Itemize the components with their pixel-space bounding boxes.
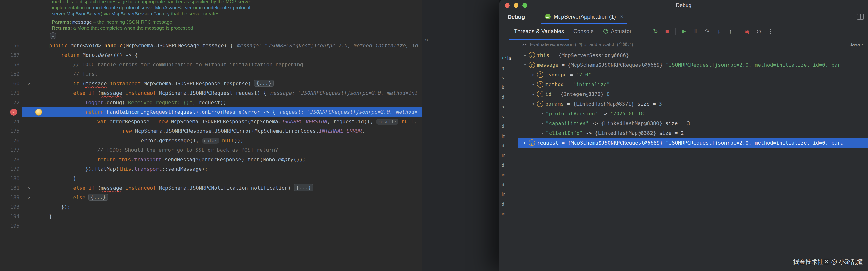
stack-frame-row[interactable]: in xyxy=(499,131,518,141)
chevron-expanded-icon[interactable]: ▾ xyxy=(522,63,528,67)
session-tab[interactable]: McpServerApplication (1) × xyxy=(541,10,627,24)
variable-row[interactable]: ▾fparams = {LinkedHashMap@8371} size = 3 xyxy=(518,99,868,109)
variable-row[interactable]: ▸"protocolVersion" -> "2025-06-18" xyxy=(518,109,868,118)
stack-frame-row[interactable]: g xyxy=(499,63,518,73)
line-number[interactable]: 177 xyxy=(0,145,20,155)
chevron-collapsed-icon[interactable]: ▸ xyxy=(522,53,528,57)
doc-link[interactable]: McpServerSession.Factory xyxy=(111,11,170,16)
stack-frame-row[interactable]: s xyxy=(499,102,518,112)
stack-frame-row[interactable]: b xyxy=(499,83,518,92)
code-line[interactable]: 176error.getMessage(), data: null)); xyxy=(0,136,422,145)
line-number[interactable]: 195 xyxy=(0,221,20,231)
line-number[interactable]: 158 xyxy=(0,60,20,69)
stack-frame-row[interactable]: in xyxy=(499,170,518,180)
close-tab-icon[interactable]: × xyxy=(620,13,624,20)
tab-console[interactable]: Console xyxy=(569,23,598,40)
line-number[interactable]: 194 xyxy=(0,212,20,221)
history-chevron-icon[interactable]: ▾ xyxy=(525,42,527,46)
line-number[interactable]: 179 xyxy=(0,164,20,174)
language-selector[interactable]: Java ▾ xyxy=(850,42,863,47)
execution-line[interactable]: ✓return handleIncomingRequest(request).o… xyxy=(0,107,422,117)
variable-row[interactable]: ▸"capabilities" -> {LinkedHashMap@8380} … xyxy=(518,118,868,128)
variable-row[interactable]: ▸fjsonrpc = "2.0" xyxy=(518,70,868,80)
more-button[interactable]: ⋮ xyxy=(766,27,775,36)
stack-frame-row[interactable]: s xyxy=(499,112,518,121)
code-editor[interactable]: method is to dispatch the message to an … xyxy=(0,0,422,271)
code-line[interactable]: 194} xyxy=(0,212,422,221)
step-out-button[interactable]: ↑ xyxy=(726,27,735,36)
variable-row[interactable]: ▸"clientInfo" -> {LinkedHashMap@8382} si… xyxy=(518,128,868,138)
chevron-collapsed-icon[interactable]: ▸ xyxy=(539,131,546,135)
folded-block[interactable]: {...} xyxy=(88,193,108,201)
resume-button[interactable]: ▶ xyxy=(679,27,689,36)
line-number[interactable]: 174 xyxy=(0,117,20,126)
window-titlebar[interactable]: Debug xyxy=(499,0,868,10)
line-number[interactable]: 178 xyxy=(0,155,20,164)
fold-arrow-icon[interactable]: > xyxy=(25,193,33,202)
stop-button[interactable]: ■ xyxy=(662,27,672,36)
variable-row[interactable]: ▸fmethod = "initialize" xyxy=(518,80,868,89)
line-number[interactable]: 176 xyxy=(0,136,20,145)
line-number[interactable]: 157 xyxy=(0,50,20,60)
line-number[interactable]: 172 xyxy=(0,98,20,107)
chevron-collapsed-icon[interactable]: ▸ xyxy=(539,121,546,125)
breakpoint-icon[interactable]: ✓ xyxy=(10,109,17,116)
stack-frame-row[interactable]: s xyxy=(499,73,518,83)
code-line[interactable]: 195 xyxy=(0,221,422,231)
stack-frame-row[interactable]: d xyxy=(499,121,518,131)
variable-row[interactable]: ▸frequest = {McpSchema$JSONRPCRequest@66… xyxy=(518,138,868,148)
code-line[interactable]: 160>if (message instanceof McpSchema.JSO… xyxy=(0,79,422,88)
line-number[interactable]: 189 xyxy=(0,193,20,202)
stack-frame-row[interactable]: d xyxy=(499,160,518,170)
chevron-collapsed-icon[interactable]: ▸ xyxy=(530,72,536,77)
line-number[interactable]: 181 xyxy=(0,183,20,193)
code-line[interactable]: 193}); xyxy=(0,202,422,212)
code-line[interactable]: 156public Mono<Void> handle(McpSchema.JS… xyxy=(0,41,422,50)
view-breakpoints-button[interactable]: ◉ xyxy=(743,27,752,36)
step-into-button[interactable]: ↓ xyxy=(714,27,723,36)
step-over-button[interactable]: ↷ xyxy=(703,27,712,36)
stack-frame-row[interactable]: in xyxy=(499,189,518,199)
tab-threads-variables[interactable]: Threads & Variables xyxy=(509,23,569,40)
line-number[interactable]: 160 xyxy=(0,79,20,88)
line-number[interactable]: 180 xyxy=(0,174,20,183)
code-line[interactable]: 159// first xyxy=(0,69,422,79)
code-line[interactable]: 157return Mono.defer(() -> { xyxy=(0,50,422,60)
doc-link[interactable]: io.modelcontextprotocol.server.McpAsyncS… xyxy=(88,5,192,10)
stack-frame-row[interactable]: in xyxy=(499,209,518,219)
code-line[interactable]: 177// TODO: Should the error go to SSE o… xyxy=(0,145,422,155)
stack-frame-row[interactable]: d xyxy=(499,199,518,209)
pause-button[interactable]: ‖ xyxy=(691,27,700,36)
doc-link[interactable]: server.McpSyncServer xyxy=(52,11,101,16)
code-line[interactable]: 189>else {...} xyxy=(0,193,422,202)
code-line[interactable]: 172logger.debug("Received request: {}", … xyxy=(0,98,422,107)
stack-frame-row[interactable]: d xyxy=(499,180,518,189)
fold-arrow-icon[interactable]: > xyxy=(25,183,33,193)
evaluate-expression-bar[interactable]: › ▾ Evaluate expression (⏎) or add a wat… xyxy=(518,39,868,50)
mute-breakpoints-button[interactable]: ⊘ xyxy=(754,27,764,36)
code-line[interactable]: 158// TODO handle errors for communicati… xyxy=(0,60,422,69)
code-line[interactable]: 181>else if (message instanceof McpSchem… xyxy=(0,183,422,193)
tab-actuator[interactable]: Actuator xyxy=(598,23,636,40)
code-line[interactable]: 171else if (message instanceof McpSchema… xyxy=(0,88,422,98)
folded-block[interactable]: {...} xyxy=(294,184,313,191)
chevron-collapsed-icon[interactable]: ▸ xyxy=(522,140,528,145)
doc-link[interactable]: io.modelcontextprotocol. xyxy=(199,5,252,10)
line-number[interactable]: 175 xyxy=(0,126,20,136)
code-line[interactable]: 175new McpSchema.JSONRPCResponse.JSONRPC… xyxy=(0,126,422,136)
code-line[interactable]: 174var errorResponse = new McpSchema.JSO… xyxy=(0,117,422,126)
chevron-collapsed-icon[interactable]: ▸ xyxy=(530,82,536,87)
doc-render-toggle-icon[interactable]: ⌄ xyxy=(50,32,57,39)
chevrons-icon[interactable]: » xyxy=(425,36,427,43)
folded-block[interactable]: {...} xyxy=(254,80,274,87)
line-number[interactable]: 159 xyxy=(0,69,20,79)
chevron-expanded-icon[interactable]: ▾ xyxy=(530,101,536,106)
rerun-button[interactable]: ↻ xyxy=(651,27,660,36)
variable-row[interactable]: ▾fmessage = {McpSchema$JSONRPCRequest@66… xyxy=(518,60,868,70)
variable-row[interactable]: ▸fid = {Integer@8370} 0 xyxy=(518,89,868,99)
evaluate-placeholder[interactable]: Evaluate expression (⏎) or add a watch (… xyxy=(530,42,850,47)
code-line[interactable]: 179}).flatMap(this.transport::sendMessag… xyxy=(0,164,422,174)
stack-frame-row[interactable]: d xyxy=(499,141,518,151)
fold-arrow-icon[interactable]: > xyxy=(25,79,33,88)
stack-frame-row[interactable]: in xyxy=(499,151,518,160)
